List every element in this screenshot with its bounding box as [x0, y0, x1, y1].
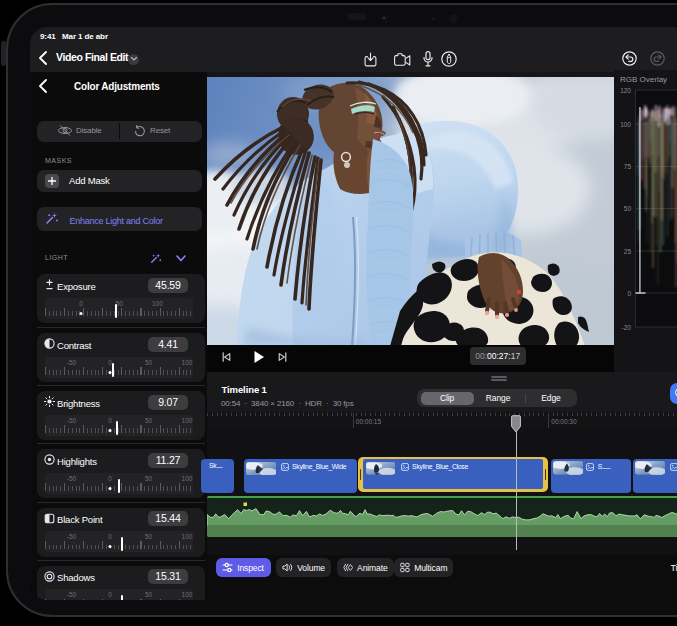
svg-text:75: 75 — [624, 163, 632, 170]
svg-text:50: 50 — [624, 205, 632, 212]
svg-text:100: 100 — [620, 121, 631, 128]
svg-text:25: 25 — [624, 248, 632, 255]
svg-text:-20: -20 — [622, 324, 632, 331]
svg-text:0: 0 — [627, 290, 631, 297]
svg-text:120: 120 — [620, 87, 631, 94]
